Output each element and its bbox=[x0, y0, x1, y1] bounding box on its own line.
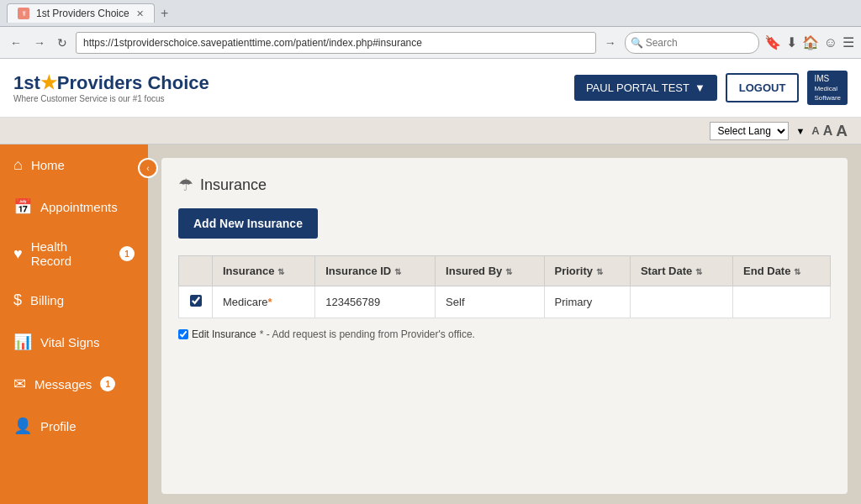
user-dropdown-icon: ▼ bbox=[695, 81, 705, 94]
sidebar-item-vital-signs[interactable]: 📊 Vital Signs bbox=[0, 321, 148, 363]
browser-toolbar: ← → ↻ → 🔍 🔖 ⬇ 🏠 ☺ ☰ bbox=[0, 27, 861, 59]
row-insurance-id: 123456789 bbox=[315, 286, 436, 318]
logo-subtitle: Where Customer Service is our #1 focus bbox=[13, 94, 574, 103]
logo-area: 1st★Providers Choice Where Customer Serv… bbox=[13, 72, 574, 103]
col-priority[interactable]: Priority ⇅ bbox=[544, 256, 630, 286]
sidebar-item-label: Appointments bbox=[40, 200, 118, 214]
font-controls: A A A bbox=[811, 122, 848, 140]
sidebar-item-label: Profile bbox=[40, 419, 77, 433]
row-priority: Primary bbox=[544, 286, 630, 318]
toolbar-icons: 🔖 ⬇ 🏠 ☺ ☰ bbox=[764, 34, 854, 50]
sort-arrows-end: ⇅ bbox=[794, 267, 800, 276]
home-nav-icon[interactable]: 🏠 bbox=[802, 34, 819, 50]
emoji-icon[interactable]: ☺ bbox=[824, 35, 837, 50]
logout-button[interactable]: LOGOUT bbox=[726, 73, 800, 102]
sidebar-item-label: Home bbox=[31, 158, 65, 172]
insurance-card: ☂ Insurance Add New Insurance Insurance … bbox=[161, 158, 848, 494]
dropdown-arrow: ▼ bbox=[795, 126, 805, 136]
search-icon: 🔍 bbox=[631, 37, 643, 49]
health-record-badge: 1 bbox=[119, 246, 135, 261]
sort-arrows-insurance: ⇅ bbox=[277, 267, 284, 276]
logo-prefix: 1st bbox=[13, 72, 40, 93]
language-select[interactable]: Select Lang bbox=[710, 122, 789, 140]
table-body: Medicare* 123456789 Self Primary bbox=[179, 286, 831, 318]
browser-search-input[interactable] bbox=[625, 32, 759, 54]
font-decrease-button[interactable]: A bbox=[836, 122, 848, 140]
address-bar[interactable] bbox=[76, 32, 596, 54]
browser-tab[interactable]: ☤ 1st Providers Choice ✕ bbox=[7, 3, 155, 23]
add-insurance-button[interactable]: Add New Insurance bbox=[178, 208, 318, 239]
bookmark-icon[interactable]: 🔖 bbox=[764, 34, 781, 50]
insurance-table: Insurance ⇅ Insurance ID ⇅ Insured By ⇅ bbox=[178, 255, 831, 318]
sidebar-item-label: Billing bbox=[30, 293, 64, 307]
app-header: 1st★Providers Choice Where Customer Serv… bbox=[0, 59, 861, 118]
back-button[interactable]: ← bbox=[7, 34, 25, 51]
health-record-icon: ♥ bbox=[13, 245, 23, 263]
sidebar-item-billing[interactable]: $ Billing bbox=[0, 280, 148, 321]
sidebar-item-label: Messages bbox=[34, 377, 92, 391]
ims-logo: IMS MedicalSoftware bbox=[807, 71, 848, 105]
col-insurance[interactable]: Insurance ⇅ bbox=[213, 256, 315, 286]
sidebar-collapse-button[interactable]: ‹ bbox=[138, 158, 158, 178]
sidebar-item-appointments[interactable]: 📅 Appointments bbox=[0, 186, 148, 228]
edit-insurance-checkbox[interactable] bbox=[178, 329, 188, 339]
section-title: ☂ Insurance bbox=[178, 175, 831, 195]
language-bar: Select Lang ▼ A A A bbox=[0, 118, 861, 144]
insurance-title: Insurance bbox=[200, 176, 267, 194]
home-icon: ⌂ bbox=[13, 156, 23, 174]
tab-label: 1st Providers Choice bbox=[36, 8, 129, 19]
font-increase-button[interactable]: A bbox=[823, 123, 833, 139]
tab-favicon: ☤ bbox=[18, 8, 29, 19]
row-start-date bbox=[630, 286, 732, 318]
sidebar-item-health-record[interactable]: ♥ Health Record 1 bbox=[0, 228, 148, 280]
sidebar: ‹ ⌂ Home 📅 Appointments ♥ Health Record … bbox=[0, 144, 148, 504]
col-insured-by[interactable]: Insured By ⇅ bbox=[436, 256, 544, 286]
new-tab-button[interactable]: + bbox=[155, 3, 175, 24]
sort-arrows-insured: ⇅ bbox=[505, 267, 512, 276]
forward-button[interactable]: → bbox=[30, 34, 49, 51]
row-checkbox-cell[interactable] bbox=[179, 286, 213, 318]
col-end-date[interactable]: End Date ⇅ bbox=[733, 256, 831, 286]
browser-titlebar: ☤ 1st Providers Choice ✕ + bbox=[0, 0, 861, 27]
insurance-section-icon: ☂ bbox=[178, 175, 193, 195]
font-normal-button[interactable]: A bbox=[811, 124, 819, 137]
sidebar-item-profile[interactable]: 👤 Profile bbox=[0, 405, 148, 447]
sort-arrows-priority: ⇅ bbox=[596, 267, 603, 276]
col-start-date[interactable]: Start Date ⇅ bbox=[630, 256, 732, 286]
profile-icon: 👤 bbox=[13, 417, 32, 435]
row-insurance-name: Medicare* bbox=[213, 286, 315, 318]
user-menu-button[interactable]: PAUL PORTAL TEST ▼ bbox=[574, 75, 717, 101]
billing-icon: $ bbox=[13, 291, 22, 309]
table-header: Insurance ⇅ Insurance ID ⇅ Insured By ⇅ bbox=[179, 256, 831, 286]
menu-icon[interactable]: ☰ bbox=[843, 34, 854, 50]
messages-icon: ✉ bbox=[13, 375, 26, 393]
row-end-date bbox=[733, 286, 831, 318]
edit-insurance-label: Edit Insurance bbox=[192, 328, 256, 340]
messages-badge: 1 bbox=[100, 376, 115, 391]
download-icon[interactable]: ⬇ bbox=[786, 34, 797, 50]
content-area: ☂ Insurance Add New Insurance Insurance … bbox=[148, 144, 861, 504]
col-checkbox bbox=[179, 256, 213, 286]
sort-arrows-start: ⇅ bbox=[695, 267, 702, 276]
sidebar-item-messages[interactable]: ✉ Messages 1 bbox=[0, 363, 148, 405]
tab-close-button[interactable]: ✕ bbox=[136, 8, 144, 19]
logo-suffix: Providers Choice bbox=[57, 72, 209, 93]
col-insurance-id[interactable]: Insurance ID ⇅ bbox=[315, 256, 436, 286]
sidebar-item-home[interactable]: ⌂ Home bbox=[0, 144, 148, 186]
vital-signs-icon: 📊 bbox=[13, 333, 32, 351]
main-layout: ‹ ⌂ Home 📅 Appointments ♥ Health Record … bbox=[0, 144, 861, 504]
logo-star: ★ bbox=[40, 72, 57, 93]
table-note: Edit Insurance * - Add request is pendin… bbox=[178, 328, 831, 340]
sidebar-item-label: Vital Signs bbox=[40, 335, 100, 349]
refresh-button[interactable]: ↻ bbox=[54, 34, 71, 51]
logo-title: 1st★Providers Choice bbox=[13, 72, 574, 94]
pending-asterisk: * bbox=[267, 296, 272, 308]
note-asterisk-text: * - Add request is pending from Provider… bbox=[260, 328, 475, 340]
user-name-label: PAUL PORTAL TEST bbox=[586, 81, 689, 94]
sidebar-item-label: Health Record bbox=[31, 239, 111, 268]
go-button[interactable]: → bbox=[601, 34, 620, 51]
appointments-icon: 📅 bbox=[13, 197, 32, 216]
row-checkbox[interactable] bbox=[190, 295, 202, 307]
sort-arrows-id: ⇅ bbox=[394, 267, 401, 276]
table-row: Medicare* 123456789 Self Primary bbox=[179, 286, 831, 318]
